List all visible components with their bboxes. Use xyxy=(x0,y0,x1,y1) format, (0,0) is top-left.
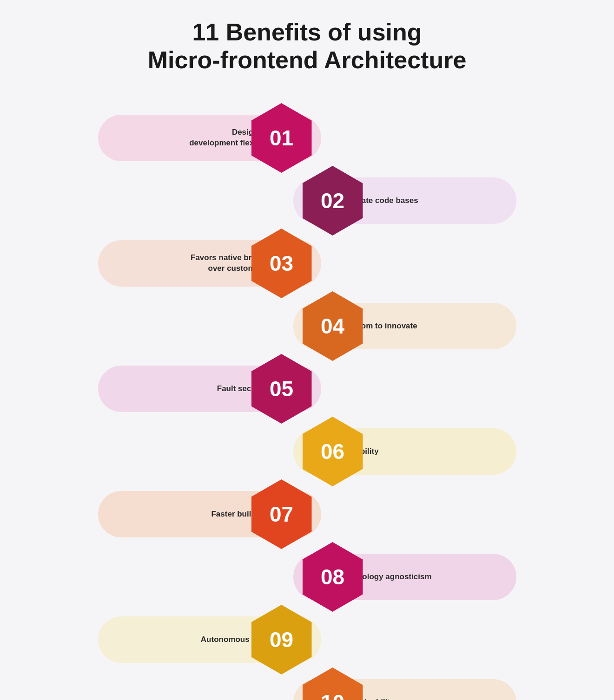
benefit-number-04: 04 xyxy=(321,314,344,339)
benefit-hex-03: 03 xyxy=(251,229,312,298)
benefit-number-03: 03 xyxy=(270,251,293,276)
infographic-diagram: Design anddevelopment flexibility01Separ… xyxy=(98,102,516,700)
benefit-row-04: Freedom to innovate04 xyxy=(98,290,516,362)
page-title: 11 Benefits of using Micro-frontend Arch… xyxy=(148,19,467,74)
benefit-row-09: Autonomous teams09 xyxy=(98,604,516,676)
benefit-hex-05: 05 xyxy=(251,354,312,424)
benefit-number-07: 07 xyxy=(270,502,293,527)
benefit-number-08: 08 xyxy=(321,564,344,589)
benefit-row-03: Favors native browserover custom APIs03 xyxy=(98,228,516,300)
benefit-row-07: Faster build time07 xyxy=(98,478,516,550)
benefit-row-10: Maintainability10 xyxy=(98,667,516,700)
benefit-row-02: Separate code bases02 xyxy=(98,165,516,237)
benefit-row-08: Technology agnosticism08 xyxy=(98,541,516,613)
benefit-hex-07: 07 xyxy=(251,479,312,549)
benefit-hex-10: 10 xyxy=(303,667,363,700)
benefit-number-09: 09 xyxy=(270,627,293,652)
benefit-row-06: Scalability06 xyxy=(98,416,516,488)
benefit-hex-09: 09 xyxy=(251,605,312,674)
benefit-row-01: Design anddevelopment flexibility01 xyxy=(98,102,516,174)
benefit-hex-01: 01 xyxy=(251,103,312,173)
benefit-hex-06: 06 xyxy=(303,417,363,486)
benefit-hex-04: 04 xyxy=(303,291,363,361)
benefit-hex-02: 02 xyxy=(303,166,363,236)
benefit-number-01: 01 xyxy=(270,125,293,150)
benefit-number-10: 10 xyxy=(321,690,344,700)
benefit-number-05: 05 xyxy=(270,376,293,401)
benefit-number-06: 06 xyxy=(321,439,344,464)
benefit-hex-08: 08 xyxy=(303,542,363,612)
benefit-number-02: 02 xyxy=(321,188,344,213)
benefit-row-05: Fault seclusion05 xyxy=(98,353,516,425)
